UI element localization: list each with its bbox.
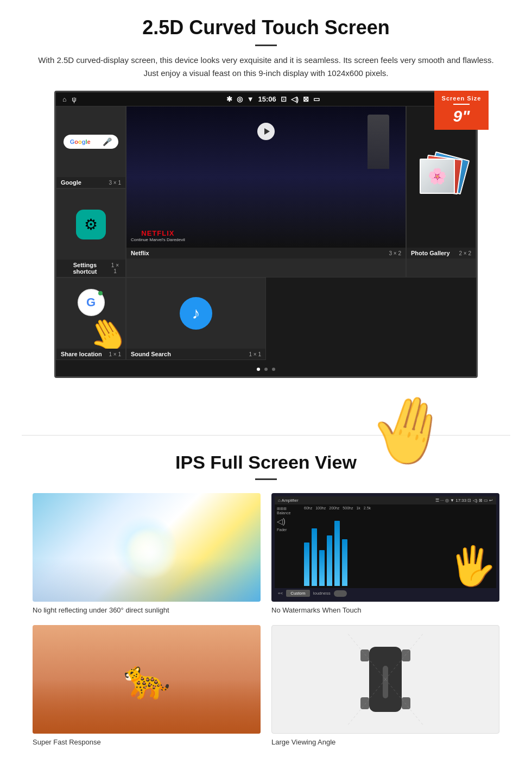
section2-title-underline	[255, 478, 277, 480]
amp-controls: ⊞⊞⊞ Balance ◁) Fader	[275, 504, 302, 588]
viewing-angle-svg	[347, 628, 423, 731]
netflix-label-row: Netflix 3 × 2	[126, 248, 406, 258]
eq-bar-2	[312, 528, 317, 586]
svg-line-2	[347, 679, 385, 726]
music-note-icon: ♪	[180, 297, 212, 330]
screen-size-badge: Screen Size 9"	[434, 91, 489, 130]
cheetah-image: 🐆	[33, 625, 261, 734]
svg-line-1	[385, 633, 423, 679]
netflix-preview: NETFLIX Continue Marvel's Daredevil	[126, 106, 406, 248]
sky-gradient	[33, 558, 261, 602]
freq-200: 200hz	[329, 506, 339, 510]
google-app-name: Google	[61, 179, 81, 186]
bluetooth-icon: ✱	[226, 95, 232, 103]
amp-eq-label: ⊞⊞⊞ Balance	[277, 507, 300, 515]
section1-title-underline	[255, 45, 277, 46]
eq-bar-4	[327, 535, 332, 586]
freq-500: 500hz	[343, 506, 353, 510]
section-ips: IPS Full Screen View No light reflecting…	[0, 436, 532, 757]
x-icon: ⊠	[303, 95, 309, 103]
status-bar: ⌂ ψ ✱ ◎ ▼ 15:06 ⊡ ◁) ⊠ ▭	[56, 92, 476, 106]
amplifier-image: ⌂ Amplifier ☰ ··· ◎ ▼ 17:33 ⊡ ◁) ⊠ ▭ ↩ ⊞…	[271, 493, 499, 602]
gps-icon: ◎	[237, 95, 243, 103]
cheetah-caption: Super Fast Response	[33, 738, 261, 746]
netflix-app-size: 3 × 2	[389, 250, 401, 256]
car-top-view	[358, 639, 413, 720]
amp-freq-labels: 60hz 100hz 200hz 500hz 1k 2.5k	[302, 504, 496, 512]
gallery-label-row: Photo Gallery 2 × 2	[407, 248, 476, 258]
amp-loudness-toggle[interactable]	[334, 590, 347, 597]
touch-hand-icon: 🖐	[449, 544, 496, 588]
gear-icon: ⚙	[84, 216, 98, 234]
amp-fader-label: Fader	[277, 528, 300, 532]
amp-title: ⌂ Amplifier	[278, 498, 299, 503]
feature-car: Large Viewing Angle	[271, 625, 499, 746]
google-label-row: Google 3 × 1	[56, 177, 125, 188]
gallery-stack: 🌸	[420, 155, 463, 199]
home-icon[interactable]: ⌂	[62, 96, 66, 103]
car-image	[271, 625, 499, 734]
app-cell-netflix[interactable]: NETFLIX Continue Marvel's Daredevil Netf…	[126, 106, 406, 277]
netflix-play-button[interactable]	[257, 123, 275, 140]
netflix-figure	[368, 115, 389, 169]
sunlight-image	[33, 493, 261, 602]
mic-icon[interactable]: 🎤	[103, 137, 112, 146]
freq-100: 100hz	[315, 506, 326, 510]
app-cell-settings[interactable]: ⚙ Settings shortcut 1 × 1	[56, 188, 126, 277]
amp-back: «<	[278, 591, 283, 596]
eq-bar-5	[334, 521, 340, 586]
gallery-app-size: 2 × 2	[459, 250, 471, 256]
freq-1k: 1k	[356, 506, 360, 510]
eq-bar-6	[342, 539, 347, 586]
freq-60: 60hz	[304, 506, 312, 510]
amp-eq-area: 60hz 100hz 200hz 500hz 1k 2.5k	[302, 504, 496, 588]
sunlight-caption: No light reflecting under 360° direct su…	[33, 606, 261, 614]
eq-bar-3	[319, 550, 325, 586]
gallery-app-name: Photo Gallery	[411, 250, 450, 256]
app-cell-google[interactable]: Google 🎤 Google 3 × 1	[56, 106, 126, 188]
settings-app-name: Settings shortcut	[61, 262, 109, 275]
status-time: 15:06	[258, 95, 276, 103]
amplifier-caption: No Watermarks When Touch	[271, 606, 499, 614]
wifi-icon: ▼	[247, 95, 254, 103]
gallery-photo-main: 🌸	[420, 159, 455, 194]
amp-body: ⊞⊞⊞ Balance ◁) Fader 60hz 100hz 200hz 50…	[275, 504, 496, 588]
settings-label-row: Settings shortcut 1 × 1	[56, 260, 125, 277]
eq-bar-1	[304, 542, 309, 586]
netflix-subtitle: Continue Marvel's Daredevil	[131, 237, 185, 242]
car-caption: Large Viewing Angle	[271, 738, 499, 746]
feature-amplifier: ⌂ Amplifier ☰ ··· ◎ ▼ 17:33 ⊡ ◁) ⊠ ▭ ↩ ⊞…	[271, 493, 499, 614]
netflix-app-name: Netflix	[131, 250, 149, 256]
badge-size: 9"	[453, 107, 470, 125]
amp-time: ☰ ··· ◎ ▼ 17:33 ⊡ ◁) ⊠ ▭ ↩	[435, 498, 493, 503]
settings-icon: ⚙	[76, 210, 106, 239]
svg-line-3	[385, 679, 423, 726]
amp-footer: «< Custom loudness	[275, 588, 496, 598]
google-preview: Google 🎤	[56, 106, 125, 177]
google-search-bar[interactable]: Google 🎤	[64, 135, 119, 149]
google-logo: Google	[70, 138, 91, 145]
section-curved-screen: 2.5D Curved Touch Screen With 2.5D curve…	[0, 0, 532, 435]
flower-emoji: 🌸	[428, 167, 447, 185]
feature-cheetah: 🐆 Super Fast Response	[33, 625, 261, 746]
netflix-logo-text: NETFLIX	[131, 229, 185, 237]
freq-25k: 2.5k	[364, 506, 371, 510]
amp-custom-btn[interactable]: Custom	[286, 590, 310, 597]
volume-icon: ◁)	[291, 95, 299, 103]
settings-app-size: 1 × 1	[109, 262, 121, 274]
feature-sunlight: No light reflecting under 360° direct su…	[33, 493, 261, 614]
google-app-size: 3 × 1	[109, 180, 121, 186]
status-bar-center: ✱ ◎ ▼ 15:06 ⊡ ◁) ⊠ ▭	[226, 95, 320, 103]
camera-icon: ⊡	[281, 95, 287, 103]
eq-bars: 🖐	[302, 512, 496, 588]
svg-line-0	[347, 633, 385, 679]
settings-preview: ⚙	[56, 189, 125, 260]
section1-title: 2.5D Curved Touch Screen	[33, 16, 499, 39]
badge-divider	[453, 104, 470, 105]
netflix-label: NETFLIX Continue Marvel's Daredevil	[131, 229, 185, 242]
window-icon: ▭	[313, 95, 320, 103]
app-cell-gallery[interactable]: 🌸 Photo Gallery 2 × 2	[406, 106, 476, 277]
cheetah-ground	[33, 679, 261, 734]
amp-header: ⌂ Amplifier ☰ ··· ◎ ▼ 17:33 ⊡ ◁) ⊠ ▭ ↩	[275, 496, 496, 504]
status-bar-left: ⌂ ψ	[62, 96, 77, 103]
